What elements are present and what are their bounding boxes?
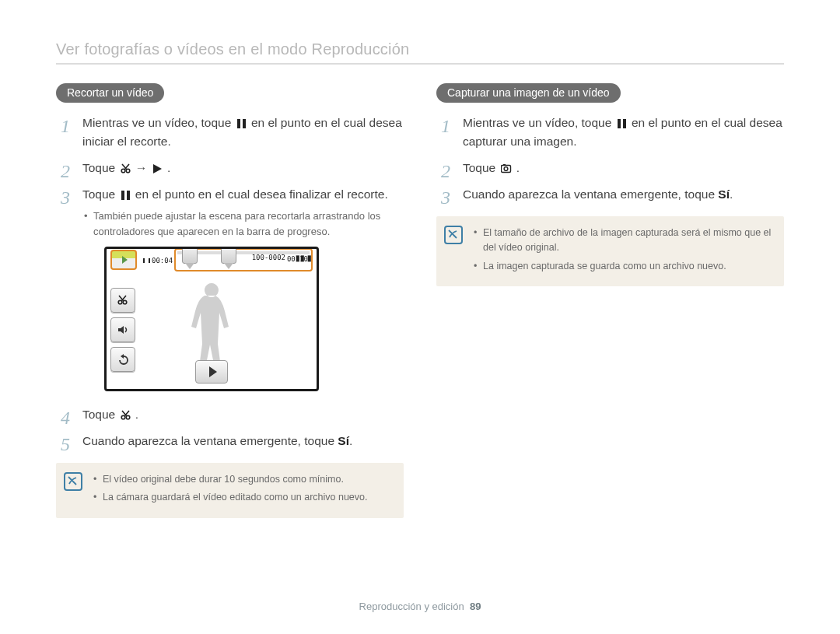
- note-left: El vídeo original debe durar 10 segundos…: [56, 463, 404, 518]
- battery-icon: ▮▮ ▮: [296, 252, 312, 264]
- note-icon: [444, 226, 463, 244]
- section-heading-right: Capturar una imagen de un vídeo: [436, 83, 621, 103]
- page-footer: Reproducción y edición 89: [0, 601, 840, 612]
- pause-icon: [236, 119, 247, 128]
- note-icon: [64, 472, 82, 491]
- r-step-1: 1 Mientras ve un vídeo, toque en el punt…: [436, 114, 784, 151]
- step-4: 4 Toque .: [56, 405, 404, 424]
- left-steps: 1 Mientras ve un vídeo, toque en el punt…: [56, 114, 404, 450]
- scissors-icon: [121, 410, 131, 420]
- note-right-line-2: La imagen capturada se guarda como un ar…: [474, 259, 772, 274]
- play-button: [195, 360, 228, 384]
- step-3: 3 Toque en el punto en el cual desea fin…: [56, 185, 404, 391]
- trim-bar: 00:10: [174, 248, 313, 271]
- note-left-line-2: La cámara guardará el vídeo editado como…: [93, 490, 391, 505]
- manual-page: Ver fotografías o vídeos en el modo Repr…: [0, 0, 840, 634]
- side-buttons: [110, 288, 135, 372]
- step-1: 1 Mientras ve un vídeo, toque en el punt…: [56, 114, 404, 151]
- person-silhouette: [180, 277, 243, 370]
- trim-handle-start: [182, 247, 198, 264]
- scissors-icon: [121, 163, 131, 173]
- trim-handle-end: [221, 247, 236, 264]
- note-left-line-1: El vídeo original debe durar 10 segundos…: [93, 472, 391, 487]
- thumbnail-icon: [110, 250, 137, 270]
- right-steps: 1 Mientras ve un vídeo, toque en el punt…: [436, 114, 784, 204]
- step-5: 5 Cuando aparezca la ventana emergente, …: [56, 432, 404, 450]
- r-step-2: 2 Toque .: [436, 159, 784, 177]
- r-step-3: 3 Cuando aparezca la ventana emergente, …: [436, 185, 784, 204]
- section-heading-left: Recortar un vídeo: [56, 83, 164, 103]
- step-3-sub: También puede ajustar la escena para rec…: [82, 208, 404, 239]
- pause-icon: [121, 191, 131, 200]
- pause-icon: [617, 119, 627, 128]
- scissors-button: [110, 288, 135, 313]
- note-right-line-1: El tamaño de archivo de la imagen captur…: [474, 226, 772, 256]
- play-icon: [152, 164, 163, 173]
- file-number: 100-0002: [252, 253, 285, 264]
- capture-icon: [501, 163, 512, 173]
- volume-button: [110, 317, 135, 342]
- video-trim-screenshot: 00:04 00:10 100-0002 ▮▮ ▮: [104, 247, 319, 391]
- back-button: [110, 347, 135, 372]
- note-right: El tamaño de archivo de la imagen captur…: [436, 216, 784, 286]
- page-title: Ver fotografías o vídeos en el modo Repr…: [56, 40, 784, 65]
- right-column: Capturar una imagen de un vídeo 1 Mientr…: [436, 83, 784, 518]
- elapsed-time: 00:04: [143, 256, 173, 267]
- two-column-layout: Recortar un vídeo 1 Mientras ve un vídeo…: [56, 83, 784, 518]
- step-2: 2 Toque → .: [56, 159, 404, 177]
- left-column: Recortar un vídeo 1 Mientras ve un vídeo…: [56, 83, 404, 518]
